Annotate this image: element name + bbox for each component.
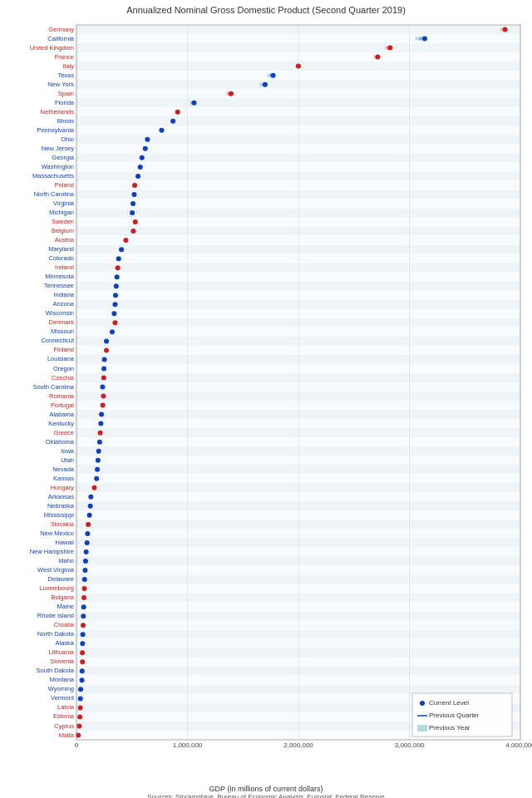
x-axis-label: GDP (in millions of current dollars)	[0, 785, 532, 793]
source-label: Sources: Stockingblue, Bureau of Economi…	[0, 793, 532, 798]
chart-title: Annualized Nominal Gross Domestic Produc…	[0, 0, 532, 18]
chart-container: Annualized Nominal Gross Domestic Produc…	[0, 0, 532, 798]
